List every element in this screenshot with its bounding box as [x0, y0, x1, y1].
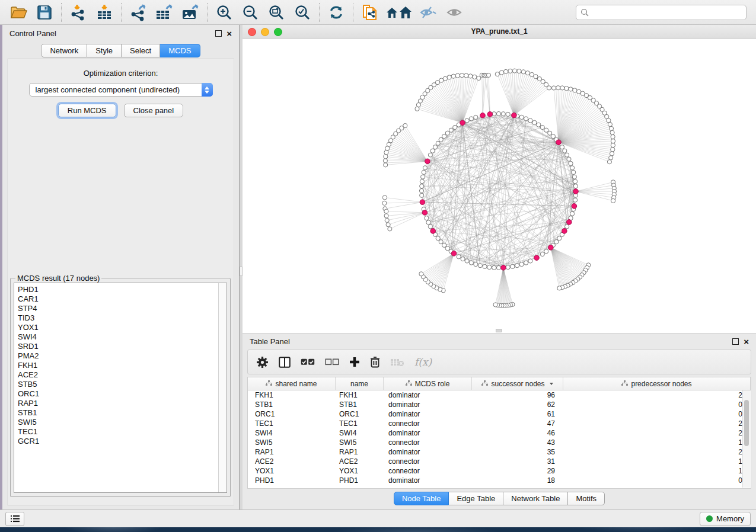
table-body: FKH1FKH1dominator962STB1STB1dominator620… [248, 390, 751, 485]
list-item[interactable]: SRD1 [18, 342, 227, 351]
result-scrollbar[interactable] [218, 283, 227, 492]
show-column-icon[interactable] [279, 357, 291, 368]
list-item[interactable]: PMA2 [18, 351, 227, 361]
table-row[interactable]: ORC1ORC1dominator610 [248, 409, 751, 419]
maximize-window-icon[interactable] [274, 28, 282, 36]
list-item[interactable]: STP4 [18, 304, 227, 313]
task-history-button[interactable] [5, 512, 24, 526]
clone-network-icon[interactable] [358, 2, 382, 23]
table-cell: dominator [384, 448, 472, 456]
list-item[interactable]: YOX1 [18, 323, 227, 332]
zoom-fit-icon[interactable] [264, 2, 289, 23]
open-file-icon[interactable] [6, 2, 31, 23]
table-settings-gear-icon[interactable] [256, 356, 269, 368]
export-table-icon[interactable] [152, 2, 177, 23]
table-cell: dominator [384, 429, 472, 437]
list-item[interactable]: ACE2 [18, 370, 227, 380]
tab-select[interactable]: Select [122, 44, 160, 57]
table-row[interactable]: STB1STB1dominator620 [248, 400, 751, 409]
table-row[interactable]: FKH1FKH1dominator962 [248, 390, 751, 400]
hide-selected-icon[interactable] [416, 2, 441, 23]
column-header[interactable]: successor nodes [472, 377, 563, 390]
import-network-icon[interactable] [66, 2, 91, 23]
list-item[interactable]: TEC1 [18, 427, 227, 437]
select-all-columns-icon[interactable] [301, 358, 315, 366]
search-input[interactable] [576, 5, 747, 20]
tab-mcds[interactable]: MCDS [160, 44, 200, 57]
table-cell: dominator [384, 391, 472, 399]
close-window-icon[interactable] [248, 28, 256, 36]
node-table: shared namenameMCDS rolesuccessor nodesp… [247, 377, 751, 489]
list-item[interactable]: FKH1 [18, 361, 227, 370]
criterion-dropdown[interactable]: largest connected component (undirected) [29, 83, 213, 97]
list-item[interactable]: GCR1 [18, 437, 227, 446]
network-splitter-grip[interactable] [496, 329, 502, 332]
list-item[interactable]: ORC1 [18, 389, 227, 399]
table-row[interactable]: SWI5SWI5connector431 [248, 438, 751, 447]
deselect-all-columns-icon[interactable] [325, 358, 339, 366]
network-canvas[interactable] [243, 39, 756, 334]
function-builder-icon[interactable]: f(x) [414, 356, 432, 368]
mcds-result-list: PHD1CAR1STP4TID3YOX1SWI4SRD1PMA2FKH1ACE2… [14, 283, 227, 446]
export-network-icon[interactable] [126, 2, 151, 23]
table-row[interactable]: SWI4SWI4dominator462 [248, 428, 751, 438]
minimize-window-icon[interactable] [261, 28, 269, 36]
list-item[interactable]: TID3 [18, 313, 227, 323]
table-scrollbar[interactable] [742, 390, 750, 488]
list-item[interactable]: STB5 [18, 380, 227, 389]
table-cell: YOX1 [336, 467, 384, 475]
list-item[interactable]: STB1 [18, 408, 227, 418]
tab-network[interactable]: Network [41, 44, 87, 57]
table-row[interactable]: TEC1TEC1connector472 [248, 419, 751, 428]
import-table-icon[interactable] [92, 2, 117, 23]
table-cell: TEC1 [248, 419, 336, 428]
delete-table-icon[interactable] [390, 358, 404, 367]
column-type-icon [266, 380, 272, 388]
table-row[interactable]: RAP1RAP1dominator352 [248, 447, 751, 457]
table-row[interactable]: YOX1YOX1connector291 [248, 466, 751, 476]
list-item[interactable]: PHD1 [18, 285, 227, 294]
table-cell: connector [384, 457, 472, 466]
create-column-icon[interactable] [349, 357, 360, 367]
tab-node-table[interactable]: Node Table [394, 492, 449, 505]
first-neighbors-icon[interactable] [384, 2, 414, 23]
list-item[interactable]: CAR1 [18, 294, 227, 304]
tab-motifs[interactable]: Motifs [568, 492, 605, 505]
run-mcds-button[interactable]: Run MCDS [58, 104, 116, 117]
criterion-value: largest connected component (undirected) [36, 85, 180, 94]
tab-edge-table[interactable]: Edge Table [449, 492, 503, 505]
show-all-icon[interactable] [442, 2, 467, 23]
table-row[interactable]: ACE2ACE2connector311 [248, 457, 751, 466]
export-image-icon[interactable] [178, 2, 203, 23]
tab-network-table[interactable]: Network Table [503, 492, 568, 505]
status-bar: Memory [0, 509, 756, 527]
float-table-panel-icon[interactable] [732, 338, 739, 345]
close-panel-button[interactable]: Close panel [124, 104, 184, 117]
column-header[interactable]: shared name [248, 377, 336, 390]
table-cell: FKH1 [248, 391, 336, 399]
list-item[interactable]: RAP1 [18, 399, 227, 408]
table-cell: connector [384, 467, 472, 475]
save-icon[interactable] [32, 2, 57, 23]
zoom-out-icon[interactable] [238, 2, 263, 23]
delete-column-icon[interactable] [370, 356, 380, 368]
column-type-icon [621, 380, 628, 388]
list-item[interactable]: SWI5 [18, 418, 227, 427]
table-cell: 18 [472, 476, 563, 485]
close-table-panel-icon[interactable]: × [744, 339, 749, 344]
table-cell: PHD1 [248, 476, 336, 485]
list-item[interactable]: SWI4 [18, 332, 227, 342]
column-header[interactable]: predecessor nodes [563, 377, 751, 390]
float-panel-icon[interactable] [215, 30, 222, 37]
column-header[interactable]: MCDS role [384, 377, 472, 390]
memory-button[interactable]: Memory [700, 512, 751, 526]
column-header[interactable]: name [336, 377, 384, 390]
tab-style[interactable]: Style [87, 44, 122, 57]
zoom-in-icon[interactable] [212, 2, 237, 23]
refresh-icon[interactable] [324, 2, 349, 23]
table-scrollbar-thumb[interactable] [744, 400, 749, 446]
close-panel-icon[interactable]: × [227, 31, 232, 36]
zoom-selected-icon[interactable] [290, 2, 315, 23]
table-cell: 1 [563, 457, 751, 466]
table-row[interactable]: PHD1PHD1dominator180 [248, 476, 751, 485]
